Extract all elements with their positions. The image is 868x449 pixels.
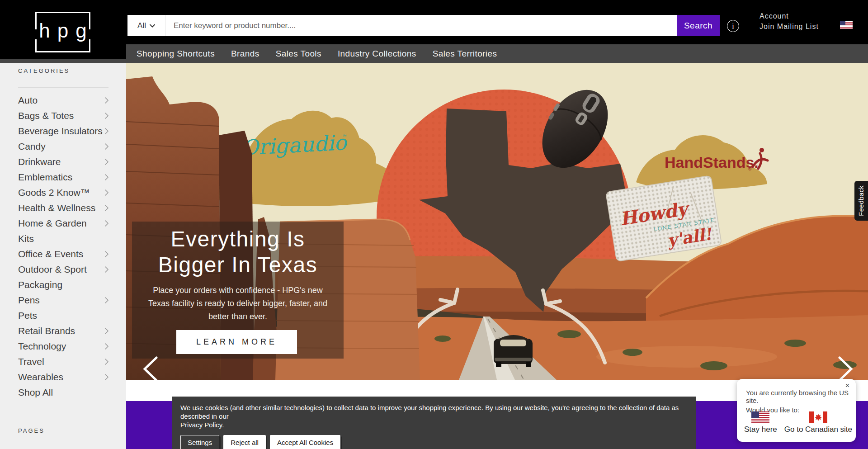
header-links: Account Join Mailing List — [760, 11, 819, 32]
carousel-next-button[interactable] — [835, 356, 856, 380]
nav-item-sales-territories[interactable]: Sales Territories — [433, 49, 497, 59]
category-label: Goods 2 Know™ — [18, 187, 90, 198]
chevron-right-icon — [104, 174, 109, 181]
chevron-right-icon — [104, 266, 109, 273]
join-mailing-list-link[interactable]: Join Mailing List — [760, 21, 819, 32]
hero-description: Place your orders with confidence - HPG'… — [145, 284, 331, 323]
category-label: Bags & Totes — [18, 110, 74, 121]
category-label: Packaging — [18, 279, 62, 290]
sidebar-item-retail-brands[interactable]: Retail Brands — [0, 323, 126, 339]
cookie-banner: We use cookies (and other similar techno… — [172, 397, 696, 449]
chevron-right-icon — [104, 204, 109, 212]
category-list: AutoBags & TotesBeverage InsulatorsCandy… — [0, 93, 126, 400]
sidebar-item-kits[interactable]: Kits — [0, 231, 126, 246]
divider — [18, 87, 108, 88]
chevron-right-icon — [104, 189, 109, 196]
sidebar-item-shop-all[interactable]: Shop All — [0, 385, 126, 400]
category-label: Pens — [18, 295, 40, 306]
sidebar-item-beverage-insulators[interactable]: Beverage Insulators — [0, 123, 126, 139]
hero-headline: Everything Is Bigger In Texas — [132, 226, 344, 278]
sidebar-item-wearables[interactable]: Wearables — [0, 369, 126, 385]
sidebar-item-home-garden[interactable]: Home & Garden — [0, 216, 126, 231]
sidebar-item-drinkware[interactable]: Drinkware — [0, 154, 126, 170]
category-label: Auto — [18, 95, 38, 106]
nav-item-sales-tools[interactable]: Sales Tools — [276, 49, 321, 59]
sidebar-item-office-events[interactable]: Office & Events — [0, 246, 126, 262]
chevron-right-icon — [104, 327, 109, 335]
cookie-accept-all-cookies-button[interactable]: Accept All Cookies — [270, 435, 340, 449]
chevron-right-icon — [104, 373, 109, 381]
category-label: Retail Brands — [18, 326, 75, 336]
info-icon[interactable]: i — [727, 20, 739, 32]
category-label: Wearables — [18, 372, 63, 383]
sidebar-item-packaging[interactable]: Packaging — [0, 277, 126, 293]
chevron-right-icon — [104, 158, 109, 165]
region-option-label: Go to Canadian site — [784, 425, 852, 434]
sidebar-item-outdoor-sport[interactable]: Outdoor & Sport — [0, 262, 126, 277]
cookie-reject-all-button[interactable]: Reject all — [223, 435, 266, 449]
chevron-right-icon — [104, 297, 109, 304]
us-flag-icon — [751, 411, 769, 423]
svg-text:®: ® — [748, 166, 752, 171]
maple-leaf-icon — [815, 414, 822, 421]
hero-text-panel: Everything Is Bigger In Texas Place your… — [132, 222, 344, 359]
sidebar-item-auto[interactable]: Auto — [0, 93, 126, 108]
nav-item-shopping-shortcuts[interactable]: Shopping Shortcuts — [137, 49, 215, 59]
sidebar-item-bags-totes[interactable]: Bags & Totes — [0, 108, 126, 123]
categories-title: CATEGORIES — [18, 67, 70, 74]
chevron-right-icon — [104, 143, 109, 150]
nav-item-industry-collections[interactable]: Industry Collections — [338, 49, 416, 59]
sidebar-item-pets[interactable]: Pets — [0, 308, 126, 323]
chevron-right-icon — [104, 343, 109, 350]
chevron-right-icon — [104, 250, 109, 258]
sidebar-item-emblematics[interactable]: Emblematics — [0, 170, 126, 185]
region-option-label: Stay here — [744, 425, 777, 434]
hpg-logo-text: hpg — [37, 19, 96, 42]
sidebar-item-health-wellness[interactable]: Health & Wellness — [0, 200, 126, 216]
privacy-policy-link[interactable]: Privacy Policy — [180, 421, 222, 429]
main-nav: Shopping ShortcutsBrandsSales ToolsIndus… — [0, 44, 868, 63]
sidebar-item-goods-2-know[interactable]: Goods 2 Know™ — [0, 185, 126, 200]
account-link[interactable]: Account — [760, 11, 819, 21]
sidebar-item-pens[interactable]: Pens — [0, 293, 126, 308]
sidebar-item-candy[interactable]: Candy — [0, 139, 126, 154]
search-filter-label: All — [137, 21, 146, 30]
category-label: Home & Garden — [18, 218, 87, 229]
region-option-stay-here[interactable]: Stay here — [744, 411, 777, 434]
search-field — [165, 15, 677, 36]
divider — [18, 442, 108, 442]
search-input[interactable] — [165, 15, 677, 36]
search-filter-dropdown[interactable]: All — [127, 15, 165, 36]
category-label: Health & Wellness — [18, 203, 95, 213]
popup-options: Stay hereGo to Canadian site — [744, 411, 852, 434]
pages-title: PAGES — [18, 427, 45, 434]
hpg-logo[interactable]: hpg — [35, 12, 90, 52]
category-label: Travel — [18, 356, 44, 367]
learn-more-button[interactable]: LEARN MORE — [176, 330, 297, 354]
carousel-prev-button[interactable] — [140, 356, 161, 380]
search-button[interactable]: Search — [677, 15, 720, 36]
chevron-down-icon — [150, 24, 155, 28]
sidebar-item-travel[interactable]: Travel — [0, 354, 126, 369]
region-option-go-to-canadian-site[interactable]: Go to Canadian site — [784, 411, 852, 434]
nav-item-brands[interactable]: Brands — [231, 49, 259, 59]
sidebar-item-technology[interactable]: Technology — [0, 339, 126, 354]
cookie-buttons: SettingsReject allAccept All Cookies — [180, 435, 688, 449]
cookie-message: We use cookies (and other similar techno… — [180, 404, 679, 420]
cookie-period: . — [222, 421, 224, 429]
category-label: Office & Events — [18, 249, 83, 260]
category-label: Kits — [18, 233, 34, 244]
category-label: Beverage Insulators — [18, 126, 103, 137]
close-icon[interactable]: × — [844, 381, 851, 391]
cookie-settings-button[interactable]: Settings — [180, 435, 219, 449]
feedback-tab-label: Feedback — [858, 185, 865, 216]
chevron-right-icon — [104, 112, 109, 119]
chevron-right-icon — [104, 358, 109, 365]
us-flag-icon[interactable] — [840, 21, 853, 29]
sidebar: CATEGORIES AutoBags & TotesBeverage Insu… — [0, 63, 126, 449]
logo-block: hpg — [0, 0, 126, 59]
category-label: Emblematics — [18, 172, 72, 183]
feedback-tab[interactable]: Feedback — [854, 181, 868, 221]
svg-text:HandStands.: HandStands. — [665, 154, 759, 171]
category-label: Drinkware — [18, 156, 61, 167]
